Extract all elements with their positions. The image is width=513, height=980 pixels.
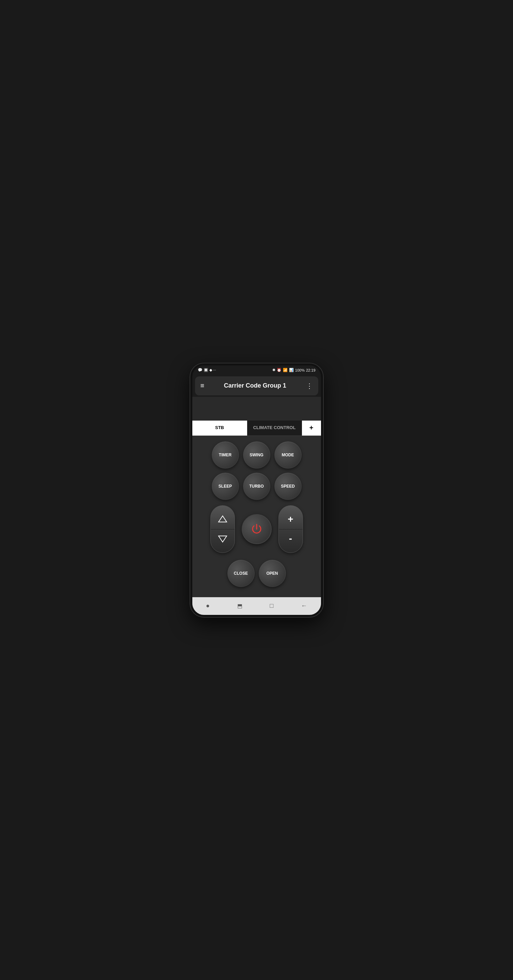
up-arrow-icon	[218, 514, 228, 524]
svg-marker-1	[218, 536, 227, 542]
status-bar: 💬 🔲 ◆ ··· ✱ ⏰ 📶 📊 100% 22:19	[192, 366, 321, 375]
mode-button[interactable]: MODE	[274, 441, 302, 469]
down-arrow-icon	[218, 534, 228, 543]
power-icon	[250, 523, 263, 535]
turbo-button[interactable]: TURBO	[243, 473, 270, 500]
close-button[interactable]: CLOSE	[228, 560, 255, 587]
status-bar-right: ✱ ⏰ 📶 📊 100% 22:19	[272, 368, 315, 372]
sleep-button[interactable]: SLEEP	[212, 473, 239, 500]
ad-space	[192, 397, 321, 421]
status-bar-left: 💬 🔲 ◆ ···	[198, 368, 216, 372]
bluetooth-icon: ✱	[272, 368, 276, 372]
more-options-icon[interactable]: ⋮	[306, 382, 313, 390]
back-nav-button[interactable]: ←	[298, 600, 310, 612]
tab-add[interactable]: +	[302, 421, 321, 436]
button-row-1: TIMER SWING MODE	[212, 441, 302, 469]
home-nav-button[interactable]: ●	[203, 600, 212, 612]
app-bar: ≡ Carrier Code Group 1 ⋮	[195, 376, 318, 395]
down-button[interactable]	[211, 529, 234, 549]
svg-marker-0	[218, 516, 227, 522]
sim-icon: 📊	[289, 368, 294, 372]
swing-button[interactable]: SWING	[243, 441, 270, 469]
plus-minus-control: + -	[279, 505, 303, 553]
close-open-row: CLOSE OPEN	[228, 560, 286, 587]
button-row-2: SLEEP TURBO SPEED	[212, 473, 302, 500]
minus-button[interactable]: -	[279, 529, 303, 549]
up-down-control	[210, 505, 235, 553]
remote-content: TIMER SWING MODE SLEEP TURBO SPEED	[192, 436, 321, 597]
battery-percent: 100%	[295, 368, 305, 372]
control-row: + -	[198, 505, 315, 553]
overview-nav-button[interactable]: □	[267, 600, 276, 612]
app-bar-title: Carrier Code Group 1	[224, 382, 286, 389]
status-icons-left: 💬 🔲 ◆ ···	[198, 368, 216, 372]
wifi-icon: 📶	[283, 368, 288, 372]
timer-button[interactable]: TIMER	[212, 441, 239, 469]
recent-nav-button[interactable]: ⬒	[234, 600, 245, 612]
tab-climate-control[interactable]: CLIMATE CONTROL	[247, 421, 302, 436]
tab-stb[interactable]: STB	[192, 421, 247, 436]
up-button[interactable]	[211, 510, 234, 529]
alarm-icon: ⏰	[277, 368, 282, 372]
phone-frame: 💬 🔲 ◆ ··· ✱ ⏰ 📶 📊 100% 22:19 ≡ Carrier C…	[190, 363, 323, 617]
open-button[interactable]: OPEN	[259, 560, 286, 587]
time-display: 22:19	[306, 368, 315, 372]
power-button[interactable]	[242, 514, 272, 544]
bottom-nav: ● ⬒ □ ←	[192, 597, 321, 615]
speed-button[interactable]: SPEED	[274, 473, 302, 500]
plus-button[interactable]: +	[279, 510, 303, 529]
menu-icon[interactable]: ≡	[201, 382, 205, 390]
tabs-container: STB CLIMATE CONTROL +	[192, 421, 321, 436]
